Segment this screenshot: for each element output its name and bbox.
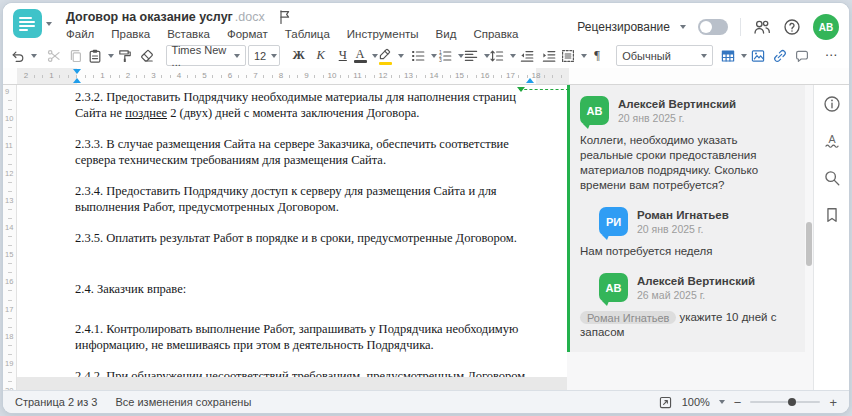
comment-text: Нам потребуется неделя (580, 244, 793, 259)
underline-button[interactable]: Ч (333, 45, 353, 66)
scrollbar-thumb[interactable] (806, 222, 812, 266)
title-block: Договор на оказание услуг .docx ФайлПрав… (66, 9, 519, 40)
first-line-indent-marker[interactable] (73, 69, 81, 74)
ruler-tick (93, 75, 94, 78)
undo-button[interactable] (11, 45, 35, 66)
chevron-down-icon (108, 54, 114, 58)
comment-thread[interactable]: АВАлексей Вертинский20 янв 2025 г.Коллег… (567, 85, 805, 352)
align-left-button[interactable] (464, 45, 488, 66)
menu-item-7[interactable]: Вид (436, 28, 457, 40)
outdent-button[interactable] (517, 45, 537, 66)
font-size-button[interactable]: 12 (248, 45, 280, 66)
link-icon (772, 48, 788, 64)
zoom-slider[interactable] (750, 401, 820, 403)
page-indicator[interactable]: Страница 2 из 3 (15, 396, 97, 408)
help-icon[interactable] (783, 18, 801, 36)
spellcheck-icon[interactable]: А (823, 132, 841, 150)
link-button[interactable] (770, 45, 790, 66)
zoom-slider-handle[interactable] (788, 398, 796, 406)
more-button[interactable]: ⋯ (821, 45, 841, 66)
ruler-tick (340, 75, 341, 78)
left-indent-marker[interactable] (73, 78, 81, 83)
app-menu-button[interactable] (13, 9, 52, 38)
zoom-level-value: 100% (682, 396, 710, 408)
menu-item-3[interactable]: Вставка (167, 28, 210, 40)
ruler-tick (8, 236, 12, 237)
mention-badge[interactable]: Роман Игнатьев (580, 311, 676, 324)
search-icon[interactable] (823, 169, 841, 187)
clear-style-button[interactable] (137, 45, 157, 66)
cut-icon (46, 48, 62, 64)
text-run: 2.4.2. При обнаружении несоответствий тр… (75, 369, 528, 377)
paragraph[interactable]: 2.3.2. Предоставить Подрядчику необходим… (75, 89, 537, 121)
copy-button[interactable] (66, 45, 86, 66)
ruler-tick (561, 75, 562, 78)
paragraph[interactable]: 2.4.1. Контролировать выполнение Работ, … (75, 321, 537, 353)
paste-button[interactable] (88, 45, 112, 66)
table-button[interactable] (722, 45, 746, 66)
document-title: Договор на оказание услуг (66, 10, 233, 24)
ruler-number: 2 (126, 71, 130, 80)
paragraph[interactable]: 2.4. Заказчик вправе: (75, 281, 537, 297)
save-status: Все изменения сохранены (115, 396, 251, 408)
comment[interactable]: АВАлексей Вертинский26 май 2025 г.Роман … (580, 273, 793, 340)
menu-item-5[interactable]: Таблица (285, 28, 330, 40)
collaboration-users-icon[interactable] (753, 18, 771, 36)
scrollbar-track[interactable] (805, 85, 813, 390)
numbered-list-button[interactable]: 123 (438, 45, 462, 66)
menu-item-6[interactable]: Инструменты (347, 28, 419, 40)
document-page[interactable]: 2.3.2. Предоставить Подрядчику необходим… (17, 85, 567, 377)
zoom-in-button[interactable]: + (829, 396, 837, 409)
italic-button[interactable]: К (311, 45, 331, 66)
highlight-button[interactable] (378, 45, 402, 66)
bullet-list-button[interactable] (412, 45, 436, 66)
font-color-button[interactable]: А (355, 45, 377, 66)
chevron-down-icon (719, 400, 725, 404)
ruler-tick (297, 75, 298, 78)
cut-button[interactable] (44, 45, 64, 66)
zoom-level-select[interactable]: 100% (682, 396, 725, 408)
info-icon[interactable] (823, 95, 841, 113)
nonprinting-chars-button[interactable]: ¶ (587, 45, 607, 66)
flag-icon[interactable] (277, 9, 293, 25)
comment-anchor-connector (519, 89, 569, 90)
bold-button[interactable]: Ж (289, 45, 309, 66)
bookmark-icon[interactable] (823, 206, 841, 224)
app-window: Договор на оказание услуг .docx ФайлПрав… (3, 3, 849, 413)
paragraph[interactable]: 2.3.3. В случае размещения Сайта на серв… (75, 136, 537, 168)
image-button[interactable] (748, 45, 768, 66)
para-borders-button[interactable] (561, 45, 585, 66)
format-painter-icon (117, 48, 133, 64)
comment[interactable]: РИРоман Игнатьев20 янв 2025 г.Нам потреб… (580, 207, 793, 259)
review-mode-button[interactable]: Рецензирование (577, 20, 686, 34)
text-run: 2.3.3. В случае размещения Сайта на серв… (75, 137, 509, 167)
review-toggle[interactable] (698, 19, 728, 35)
horizontal-ruler[interactable]: 21123456789101112131415161718 (3, 68, 849, 85)
menu-item-1[interactable]: Файл (66, 28, 94, 40)
zoom-out-button[interactable]: − (734, 396, 742, 409)
paragraph-style-button[interactable]: Обычный (616, 45, 713, 66)
comment-button[interactable] (792, 45, 812, 66)
indent-button[interactable] (539, 45, 559, 66)
comment[interactable]: АВАлексей Вертинский20 янв 2025 г.Коллег… (580, 96, 793, 193)
menu-item-4[interactable]: Формат (227, 28, 268, 40)
fit-width-icon[interactable] (658, 395, 673, 410)
paragraph[interactable]: 2.3.4. Предоставить Подрядчику доступ к … (75, 183, 537, 215)
user-avatar[interactable]: АВ (813, 14, 839, 40)
ruler-number: 15 (455, 71, 464, 80)
ruler-tick (85, 75, 86, 78)
ruler-tick (136, 75, 137, 78)
ruler-tick (8, 245, 12, 246)
menu-item-2[interactable]: Правка (111, 28, 150, 40)
menu-item-8[interactable]: Справка (473, 28, 518, 40)
line-spacing-button[interactable] (491, 45, 515, 66)
ruler-number: 9 (5, 87, 9, 96)
paragraph[interactable]: 2.3.5. Оплатить результат Работ в порядк… (75, 230, 537, 246)
ruler-number: 11 (353, 71, 361, 80)
ruler-number: 6 (228, 71, 232, 80)
vertical-ruler[interactable]: 91011121314151617181920 (3, 85, 17, 390)
format-painter-button[interactable] (115, 45, 135, 66)
font-name-button[interactable]: Times New ... (166, 45, 246, 66)
paragraph[interactable]: 2.4.2. При обнаружении несоответствий тр… (75, 368, 537, 377)
app-logo-icon[interactable] (13, 9, 42, 38)
